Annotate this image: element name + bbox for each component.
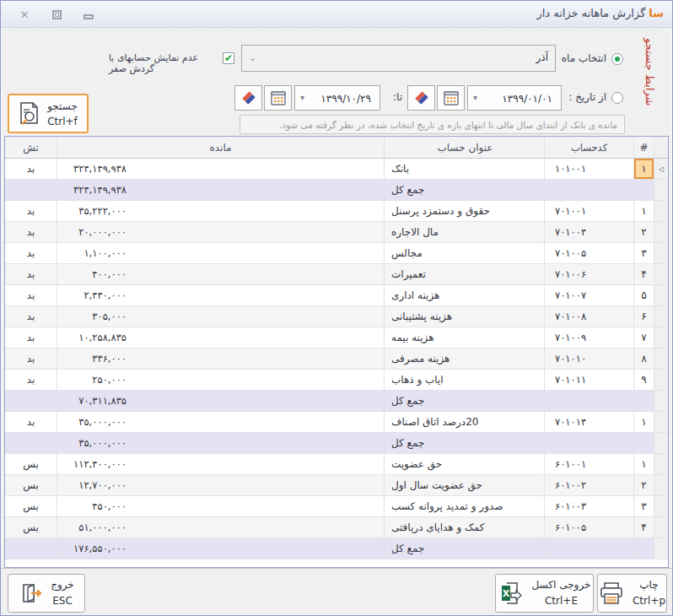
column-header-balance[interactable]: مانده [57,137,385,158]
cell-status: بس [5,454,57,474]
hide-zero-turnover-checkbox[interactable]: ✔ [223,52,234,64]
cell-account-title: جمع کل [385,433,545,453]
search-conditions-tab: شرایط جستجو [630,33,669,134]
table-row[interactable]: بد ۳۳۶,۰۰۰ هزینه مصرفی ۷۰۱۰۱۰ ۸ [5,349,668,370]
cell-row-number: ۶ [634,306,654,327]
cell-account-code: ۷۰۱۰۰۹ [545,327,634,348]
cell-account-title: جمع کل [385,180,545,200]
cell-account-code: ۷۰۱۰۰۷ [545,285,634,305]
to-date-clear-button[interactable] [234,85,262,111]
table-row[interactable]: بس ۱۲,۷۰۰,۰۰۰ حق عضویت سال اول ۶۰۱۰۰۲ ۲ [5,475,668,496]
table-row[interactable]: بد ۳۰۵,۰۰۰ هزینه پشتیبانی ۷۰۱۰۰۸ ۶ [5,306,668,327]
cell-account-title: تعمیرات [385,264,545,284]
table-row[interactable]: بد ۲۵۰,۰۰۰ ایاب و ذهاب ۷۰۱۰۱۱ ۹ [5,370,668,391]
cell-account-code: ۶۰۱۰۰۳ [545,496,634,516]
titlebar: سا گزارش ماهانه خزانه دار ✕ [1,1,672,28]
window-title: گزارش ماهانه خزانه دار [536,7,645,19]
table-row[interactable]: بد ۲,۴۴۰,۰۰۰ هزینه اداری ۷۰۱۰۰۷ ۵ [5,285,668,306]
column-header-code[interactable]: کدحساب [545,137,634,158]
cell-balance: ۳۰۵,۰۰۰ [57,306,385,327]
cell-account-code: ۶۰۱۰۰۲ [545,475,634,495]
cell-status: بد [5,285,57,305]
cell-status: بس [5,517,57,538]
cell-row-number: ۹ [634,370,654,390]
from-date-value: ۱۳۹۹/۰۱/۰۱ [502,93,552,105]
table-row[interactable]: بد ۳۵,۲۲۲,۰۰۰ حقوق و دستمزد پرسنل ۷۰۱۰۰۱… [5,201,668,222]
cell-account-title: هزینه مصرفی [385,349,545,369]
cell-row-selector [654,201,668,221]
column-header-title[interactable]: عنوان حساب [385,137,545,158]
cell-status: بد [5,327,57,348]
table-row[interactable]: بس ۵۱,۰۰۰,۰۰۰ کمک و هدایای دریافتی ۶۰۱۰۰… [5,517,668,538]
calendar-icon [443,89,460,106]
to-date-field[interactable]: ۱۳۹۹/۱۰/۲۹ ▾ [294,85,380,111]
cell-balance: ۳۵,۲۲۲,۰۰۰ [57,201,385,221]
cell-account-code [545,433,634,453]
cell-balance: ۳۵,۰۰۰,۰۰۰ [57,433,385,453]
to-date-value: ۱۳۹۹/۱۰/۲۹ [320,93,371,105]
cell-account-code [545,180,634,200]
table-row[interactable]: بس ۴۵۰,۰۰۰ صدور و تمدید پروانه کسب ۶۰۱۰۰… [5,496,668,517]
table-header-row: تش مانده عنوان حساب کدحساب # [5,137,668,159]
exit-button-shortcut: ESC [51,593,74,609]
minimize-icon[interactable] [82,8,95,21]
from-date-field[interactable]: ۱۳۹۹/۰۱/۰۱ ▾ [467,85,562,111]
table-row[interactable]: بد ۳۲۴,۱۴۹,۹۳۸ بانک ۱۰۱۰۰۱ ۱ ◁ [5,159,668,180]
column-header-status[interactable]: تش [5,137,57,158]
print-button[interactable]: چاپ Ctrl+p [597,574,667,613]
exit-button[interactable]: خروج ESC [8,574,85,613]
cell-account-code [545,538,634,559]
table-row[interactable]: بد ۱۰,۲۵۸,۸۳۵ هزینه بیمه ۷۰۱۰۰۹ ۷ [5,327,668,349]
cell-row-number [634,180,654,200]
table-row[interactable]: ۱۷۶,۵۵۰,۰۰۰ جمع کل [5,538,668,559]
close-icon[interactable]: ✕ [18,8,31,21]
table-row[interactable]: ۳۵,۰۰۰,۰۰۰ جمع کل [5,433,668,454]
cell-row-number: ۴ [634,264,654,284]
restore-icon[interactable] [50,8,63,21]
cell-balance: ۳۵,۰۰۰,۰۰۰ [57,412,385,432]
table-row[interactable]: بد ۲۰,۰۰۰,۰۰۰ مال الاجاره ۷۰۱۰۰۴ ۲ [5,222,668,243]
cell-row-selector [654,349,668,369]
hide-zero-turnover-label: عدم نمایش حسابهای با گردش صفر [109,52,220,74]
cell-status [5,538,57,559]
from-date-label: از تاریخ : [568,91,606,103]
cell-status [5,180,57,200]
from-date-clear-button[interactable] [407,85,435,111]
to-calendar-button[interactable] [264,85,292,111]
cell-account-title: بانک [385,159,545,179]
table-row[interactable]: ۳۲۴,۱۴۹,۹۳۸ جمع کل [5,180,668,201]
from-date-radio[interactable] [611,92,623,104]
cell-row-number: ۴ [634,517,654,538]
column-header-num[interactable]: # [634,137,654,158]
month-dropdown-value: آذر [536,51,548,63]
cell-account-code: ۷۰۱۰۰۸ [545,306,634,327]
table-row[interactable]: بد ۱,۱۰۰,۰۰۰ مجالس ۷۰۱۰۰۵ ۳ [5,243,668,264]
cell-row-selector [654,222,668,242]
from-calendar-button[interactable] [437,85,465,111]
table-row[interactable]: بد ۳۵,۰۰۰,۰۰۰ 20درصد اتاق اصناف ۷۰۱۰۱۴ ۱ [5,412,668,433]
select-month-radio[interactable] [611,53,623,65]
cell-row-selector [654,391,668,411]
cell-account-code: ۷۰۱۰۰۴ [545,222,634,242]
table-row[interactable]: ۷۰,۳۱۱,۸۳۵ جمع کل [5,391,668,412]
chevron-down-icon: ⌄ [249,52,256,63]
cell-account-title: مال الاجاره [385,222,545,242]
table-row[interactable]: بس ۱۱۲,۴۰۰,۰۰۰ حق عضویت ۶۰۱۰۰۱ ۱ [5,454,668,475]
cell-row-selector [654,475,668,495]
cell-balance: ۱۱۲,۴۰۰,۰۰۰ [57,454,385,474]
cell-balance: ۷۰,۳۱۱,۸۳۵ [57,391,385,411]
cell-account-title: حقوق و دستمزد پرسنل [385,201,545,221]
cell-balance: ۲۰,۰۰۰,۰۰۰ [57,222,385,242]
month-dropdown[interactable]: آذر ⌄ [241,45,556,72]
table-row[interactable]: بد ۴۰۰,۰۰۰ تعمیرات ۷۰۱۰۰۶ ۴ [5,264,668,285]
cell-row-number [634,391,654,411]
excel-export-button[interactable]: X خروجی اکسل Ctrl+E [495,574,594,613]
cell-status: بد [5,243,57,263]
eraser-icon [240,89,257,106]
cell-account-title: هزینه اداری [385,285,545,305]
search-button[interactable]: جستجو Ctrl+f [8,94,89,133]
cell-account-title: هزینه پشتیبانی [385,306,545,327]
cell-row-number: ۱ [634,412,654,432]
monthly-treasurer-report-window: سا گزارش ماهانه خزانه دار ✕ شرایط جستجو … [0,0,673,616]
cell-balance: ۵۱,۰۰۰,۰۰۰ [57,517,385,538]
